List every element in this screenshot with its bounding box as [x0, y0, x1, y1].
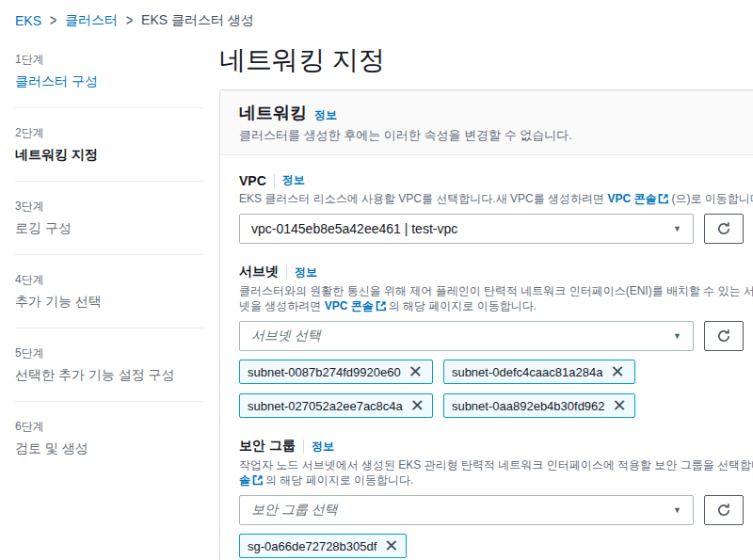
- remove-tag-icon[interactable]: ✕: [610, 365, 624, 378]
- external-link-icon: [252, 474, 264, 486]
- sidebar-step-6: 6단계 검토 및 생성: [15, 419, 203, 457]
- sidebar-step-1: 1단계 클러스터 구성: [15, 52, 203, 90]
- vpc-console-link[interactable]: 솔: [239, 473, 250, 487]
- vpc-select-value: vpc-0145eb8e5a42ee461 | test-vpc: [251, 221, 457, 236]
- remove-tag-icon[interactable]: ✕: [613, 399, 627, 412]
- refresh-icon: [716, 503, 731, 518]
- security-groups-refresh-button[interactable]: [704, 495, 744, 525]
- security-groups-field: 보안 그룹 정보 작업자 노드 서브넷에서 생성된 EKS 관리형 탄력적 네트…: [239, 438, 753, 558]
- panel-description: 클러스터를 생성한 후에는 이러한 속성을 변경할 수 없습니다.: [239, 127, 753, 144]
- security-groups-select-placeholder: 보안 그룹 선택: [251, 502, 338, 519]
- subnet-tag: subnet-0aa892eb4b30fd962✕: [443, 393, 635, 418]
- breadcrumb-separator-icon: >: [50, 12, 56, 29]
- remove-tag-icon[interactable]: ✕: [384, 539, 398, 552]
- step-number: 4단계: [15, 272, 203, 288]
- subnets-refresh-button[interactable]: [704, 321, 744, 351]
- subnet-tag: subnet-0defc4caac81a284a✕: [443, 360, 635, 384]
- panel-info-link[interactable]: 정보: [314, 107, 337, 123]
- breadcrumb-separator-icon: >: [126, 12, 133, 29]
- networking-panel: 네트워킹 정보 클러스터를 생성한 후에는 이러한 속성을 변경할 수 없습니다…: [219, 89, 753, 560]
- subnets-description: 클러스터와의 원활한 통신을 위해 제어 플레인이 탄력적 네트워크 인터페이스…: [239, 283, 753, 313]
- label-divider: [274, 174, 275, 187]
- breadcrumb: EKS > 클러스터 > EKS 클러스터 생성: [0, 0, 753, 35]
- subnets-field: 서브넷 정보 클러스터와의 원활한 통신을 위해 제어 플레인이 탄력적 네트워…: [239, 264, 753, 418]
- sidebar-step-3-label: 로깅 구성: [15, 220, 203, 237]
- vpc-select[interactable]: vpc-0145eb8e5a42ee461 | test-vpc ▼: [239, 214, 694, 244]
- sidebar-step-6-label: 검토 및 생성: [15, 440, 203, 457]
- vpc-field: VPC 정보 EKS 클러스터 리소스에 사용할 VPC를 선택합니다.새 VP…: [239, 172, 753, 244]
- security-groups-info-link[interactable]: 정보: [312, 439, 334, 455]
- vpc-refresh-button[interactable]: [704, 214, 744, 244]
- subnet-tag-text: subnet-0defc4caac81a284a: [452, 365, 602, 379]
- external-link-icon: [658, 193, 669, 204]
- chevron-down-icon: ▼: [673, 224, 681, 233]
- refresh-icon: [716, 328, 731, 344]
- vpc-console-link[interactable]: VPC 콘솔: [607, 192, 656, 205]
- refresh-icon: [716, 221, 731, 236]
- subnet-tag: subnet-0087b274fd9920e60✕: [239, 360, 433, 384]
- step-divider: [15, 107, 203, 108]
- security-groups-select[interactable]: 보안 그룹 선택 ▼: [239, 495, 694, 525]
- label-divider: [303, 440, 304, 453]
- subnets-info-link[interactable]: 정보: [295, 264, 317, 280]
- chevron-down-icon: ▼: [673, 505, 681, 515]
- sidebar-step-2: 2단계 네트워킹 지정: [15, 125, 203, 164]
- subnet-tag: subnet-027052a2ee7ac8c4a✕: [239, 393, 433, 418]
- sidebar-step-1-link[interactable]: 클러스터 구성: [15, 73, 203, 90]
- subnet-tag-list: subnet-0087b274fd9920e60✕ subnet-0defc4c…: [239, 360, 753, 418]
- remove-tag-icon[interactable]: ✕: [410, 399, 425, 412]
- panel-title: 네트워킹: [239, 102, 307, 124]
- step-divider: [15, 328, 203, 328]
- sidebar-step-3: 3단계 로깅 구성: [15, 199, 203, 237]
- security-group-tag-text: sg-0a66de72728b305df: [248, 539, 376, 553]
- remove-tag-icon[interactable]: ✕: [409, 365, 423, 378]
- chevron-down-icon: ▼: [673, 331, 681, 341]
- subnets-select[interactable]: 서브넷 선택 ▼: [239, 321, 694, 351]
- security-groups-label: 보안 그룹: [239, 438, 296, 455]
- step-number: 3단계: [15, 199, 203, 215]
- step-number: 6단계: [15, 419, 203, 435]
- sidebar-step-5: 5단계 선택한 추가 기능 설정 구성: [15, 345, 203, 384]
- vpc-label: VPC: [239, 173, 266, 188]
- subnets-label: 서브넷: [239, 264, 279, 280]
- vpc-description: EKS 클러스터 리소스에 사용할 VPC를 선택합니다.새 VPC를 생성하려…: [239, 191, 753, 206]
- vpc-console-link[interactable]: VPC 콘솔: [325, 299, 374, 312]
- sidebar-step-4-label: 추가 기능 선택: [15, 294, 203, 311]
- vpc-info-link[interactable]: 정보: [282, 172, 305, 188]
- step-number: 2단계: [15, 125, 203, 141]
- step-divider: [15, 254, 203, 255]
- step-divider: [15, 181, 203, 182]
- security-groups-description: 작업자 노드 서브넷에서 생성된 EKS 관리형 탄력적 네트워크 인터페이스에…: [239, 457, 753, 488]
- breadcrumb-link-eks[interactable]: EKS: [15, 13, 41, 28]
- page-title: 네트워킹 지정: [219, 44, 753, 76]
- breadcrumb-current: EKS 클러스터 생성: [141, 12, 254, 29]
- subnet-tag-text: subnet-0aa892eb4b30fd962: [452, 399, 605, 413]
- external-link-icon: [376, 300, 387, 312]
- sidebar-step-4: 4단계 추가 기능 선택: [15, 272, 203, 311]
- main-content: 네트워킹 지정 네트워킹 정보 클러스터를 생성한 후에는 이러한 속성을 변경…: [219, 35, 753, 560]
- step-number: 5단계: [15, 345, 203, 361]
- security-group-tag-list: sg-0a66de72728b305df✕: [239, 534, 753, 558]
- breadcrumb-link-clusters[interactable]: 클러스터: [65, 12, 118, 29]
- panel-header: 네트워킹 정보 클러스터를 생성한 후에는 이러한 속성을 변경할 수 없습니다…: [220, 90, 753, 155]
- sidebar-step-2-current: 네트워킹 지정: [15, 147, 203, 164]
- panel-body: VPC 정보 EKS 클러스터 리소스에 사용할 VPC를 선택합니다.새 VP…: [220, 155, 753, 560]
- step-number: 1단계: [15, 52, 203, 68]
- security-group-tag: sg-0a66de72728b305df✕: [239, 534, 407, 558]
- subnets-select-placeholder: 서브넷 선택: [251, 328, 321, 344]
- sidebar-step-5-label: 선택한 추가 기능 설정 구성: [15, 367, 203, 384]
- subnet-tag-text: subnet-027052a2ee7ac8c4a: [248, 399, 403, 413]
- label-divider: [286, 265, 287, 279]
- steps-sidebar: 1단계 클러스터 구성 2단계 네트워킹 지정 3단계 로깅 구성 4단계 추가…: [15, 35, 203, 457]
- step-divider: [15, 401, 203, 402]
- subnet-tag-text: subnet-0087b274fd9920e60: [248, 365, 401, 379]
